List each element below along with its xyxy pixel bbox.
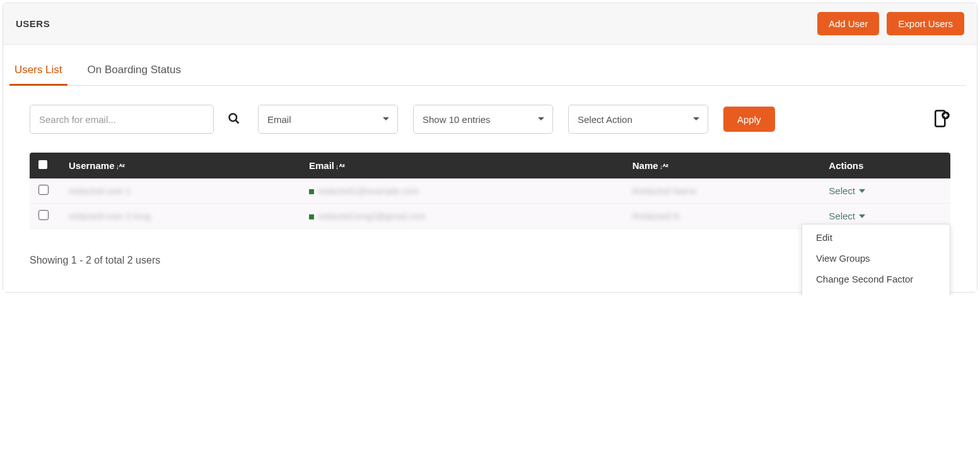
tab-users-list[interactable]: Users List [15, 57, 62, 85]
col-actions: Actions [820, 153, 950, 178]
filter-row: Email Show 10 entries Select Action Appl… [30, 105, 950, 134]
caret-down-icon [859, 214, 865, 218]
status-dot-icon [309, 189, 314, 194]
cell-name: Redacted Name [624, 178, 820, 204]
table-row: redacted-user-1redacted1@example.comReda… [30, 178, 950, 204]
col-name[interactable]: Name↓ᴬᶻ [624, 153, 820, 178]
col-email[interactable]: Email↓ᴬᶻ [300, 153, 624, 178]
showing-text: Showing 1 - 2 of total 2 users [30, 255, 160, 266]
device-plus-icon [931, 109, 950, 128]
row-checkbox[interactable] [38, 210, 49, 220]
search-wrap [30, 105, 243, 134]
caret-down-icon [859, 189, 865, 193]
header-buttons: Add User Export Users [812, 12, 964, 35]
cell-username: redacted-user-1 [60, 178, 300, 204]
apply-button[interactable]: Apply [723, 107, 775, 132]
row-action-dropdown: EditView GroupsChange Second FactorRemov… [802, 224, 950, 295]
dropdown-item-change-second-factor[interactable]: Change Second Factor [802, 269, 950, 289]
search-button[interactable] [225, 110, 243, 129]
search-icon [228, 112, 240, 125]
entries-select[interactable]: Show 10 entries [413, 105, 553, 134]
dropdown-item-edit[interactable]: Edit [802, 227, 950, 248]
dropdown-item-view-groups[interactable]: View Groups [802, 248, 950, 269]
search-input[interactable] [30, 105, 214, 134]
cell-actions: Select [820, 178, 950, 204]
export-users-button[interactable]: Export Users [887, 12, 964, 35]
col-checkbox [30, 153, 60, 178]
sort-icon: ↓ᴬᶻ [335, 163, 345, 170]
field-select[interactable]: Email [258, 105, 398, 134]
page-title: USERS [16, 18, 50, 29]
card-body: Users List On Boarding Status Email Show… [3, 45, 977, 292]
row-select-action[interactable]: Select [829, 211, 865, 221]
add-device-button[interactable] [931, 109, 950, 130]
tabs: Users List On Boarding Status [15, 57, 965, 86]
row-checkbox[interactable] [38, 185, 49, 195]
card-header: USERS Add User Export Users [3, 3, 977, 45]
select-all-checkbox[interactable] [38, 160, 47, 169]
cell-name: Redacted N. [624, 204, 820, 229]
col-username[interactable]: Username↓ᴬᶻ [60, 153, 300, 178]
sort-icon: ↓ᴬᶻ [660, 163, 669, 170]
dropdown-item-remove-user-identity[interactable]: Remove User Identity [802, 289, 950, 295]
sort-icon: ↓ᴬᶻ [116, 163, 125, 170]
svg-line-1 [236, 120, 239, 123]
add-user-button[interactable]: Add User [817, 12, 880, 35]
users-card: USERS Add User Export Users Users List O… [3, 3, 977, 293]
users-table: Username↓ᴬᶻ Email↓ᴬᶻ Name↓ᴬᶻ Actions red… [30, 153, 950, 229]
cell-actions: SelectEditView GroupsChange Second Facto… [820, 204, 950, 229]
svg-point-0 [230, 114, 237, 121]
cell-email: redacted1@example.com [300, 178, 624, 204]
cell-username: redacted-user-2-long [60, 204, 300, 229]
status-dot-icon [309, 214, 314, 219]
tab-onboarding-status[interactable]: On Boarding Status [88, 57, 181, 85]
table-row: redacted-user-2-longredacted.long2@gmail… [30, 204, 950, 229]
bulk-action-select[interactable]: Select Action [568, 105, 708, 134]
row-select-action[interactable]: Select [829, 185, 865, 196]
cell-email: redacted.long2@gmail.com [300, 204, 624, 229]
